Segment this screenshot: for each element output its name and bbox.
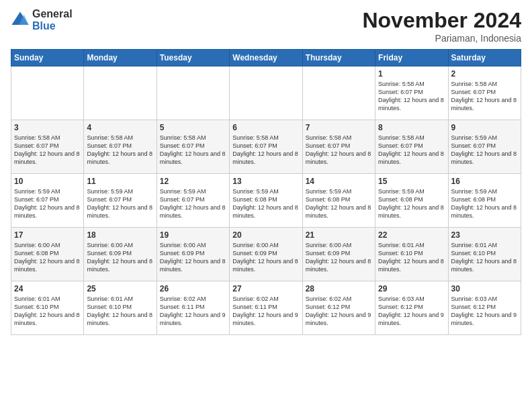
day-number: 5 xyxy=(160,123,226,132)
day-number: 10 xyxy=(14,177,81,186)
table-row: 10Sunrise: 5:59 AMSunset: 6:07 PMDayligh… xyxy=(11,174,84,228)
cell-detail: Sunset: 6:10 PM xyxy=(451,249,518,257)
cell-detail: Sunrise: 6:02 AM xyxy=(306,295,372,303)
cell-detail: Sunrise: 5:59 AM xyxy=(378,187,445,195)
cell-detail: Daylight: 12 hours and 8 minutes. xyxy=(378,150,445,166)
cell-detail: Sunset: 6:09 PM xyxy=(160,249,226,257)
cell-detail: Sunset: 6:10 PM xyxy=(378,249,445,257)
table-row: 14Sunrise: 5:59 AMSunset: 6:08 PMDayligh… xyxy=(302,174,375,228)
cell-detail: Daylight: 12 hours and 8 minutes. xyxy=(160,150,226,166)
day-number: 12 xyxy=(160,177,226,186)
cell-detail: Sunset: 6:10 PM xyxy=(87,303,153,311)
day-number: 20 xyxy=(232,230,299,240)
day-number: 16 xyxy=(451,177,518,186)
week-row-4: 24Sunrise: 6:01 AMSunset: 6:10 PMDayligh… xyxy=(11,281,521,335)
cell-detail: Daylight: 12 hours and 9 minutes. xyxy=(451,311,518,327)
table-row xyxy=(11,66,84,120)
cell-detail: Daylight: 12 hours and 8 minutes. xyxy=(87,150,153,166)
cell-detail: Sunrise: 5:58 AM xyxy=(378,134,445,142)
cell-detail: Sunset: 6:09 PM xyxy=(306,249,372,257)
day-number: 19 xyxy=(160,230,226,240)
cell-detail: Sunrise: 5:59 AM xyxy=(87,187,153,195)
cell-detail: Sunrise: 5:58 AM xyxy=(87,134,153,142)
cell-detail: Sunset: 6:08 PM xyxy=(14,249,81,257)
cell-detail: Sunrise: 5:58 AM xyxy=(378,80,445,88)
page: General Blue November 2024 Pariaman, Ind… xyxy=(0,0,532,411)
table-row: 4Sunrise: 5:58 AMSunset: 6:07 PMDaylight… xyxy=(84,120,157,174)
cell-detail: Daylight: 12 hours and 8 minutes. xyxy=(14,311,81,327)
cell-detail: Sunset: 6:07 PM xyxy=(378,142,445,150)
calendar-table: Sunday Monday Tuesday Wednesday Thursday… xyxy=(11,49,521,335)
table-row xyxy=(302,66,375,120)
cell-detail: Sunset: 6:07 PM xyxy=(160,195,226,203)
week-row-3: 17Sunrise: 6:00 AMSunset: 6:08 PMDayligh… xyxy=(11,228,521,281)
header-friday: Friday xyxy=(375,50,448,66)
cell-detail: Sunrise: 6:00 AM xyxy=(306,241,372,249)
table-row: 24Sunrise: 6:01 AMSunset: 6:10 PMDayligh… xyxy=(11,281,84,335)
logo-general-text: General xyxy=(32,8,73,20)
table-row: 21Sunrise: 6:00 AMSunset: 6:09 PMDayligh… xyxy=(302,228,375,281)
cell-detail: Daylight: 12 hours and 8 minutes. xyxy=(14,203,81,220)
table-row xyxy=(230,66,302,120)
cell-detail: Sunset: 6:12 PM xyxy=(378,303,445,311)
table-row: 18Sunrise: 6:00 AMSunset: 6:09 PMDayligh… xyxy=(84,228,157,281)
cell-detail: Daylight: 12 hours and 8 minutes. xyxy=(306,203,372,220)
title-area: November 2024 Pariaman, Indonesia xyxy=(362,8,521,44)
day-number: 30 xyxy=(451,284,518,293)
cell-detail: Daylight: 12 hours and 8 minutes. xyxy=(451,96,518,112)
cell-detail: Sunset: 6:07 PM xyxy=(87,142,153,150)
day-number: 11 xyxy=(87,177,153,186)
cell-detail: Daylight: 12 hours and 8 minutes. xyxy=(378,96,445,112)
table-row: 2Sunrise: 5:58 AMSunset: 6:07 PMDaylight… xyxy=(448,66,521,120)
day-number: 21 xyxy=(306,230,372,240)
day-number: 24 xyxy=(14,284,81,293)
table-row: 27Sunrise: 6:02 AMSunset: 6:11 PMDayligh… xyxy=(230,281,302,335)
table-row: 19Sunrise: 6:00 AMSunset: 6:09 PMDayligh… xyxy=(157,228,229,281)
day-number: 28 xyxy=(306,284,372,293)
day-number: 25 xyxy=(87,284,153,293)
cell-detail: Sunset: 6:11 PM xyxy=(160,303,226,311)
cell-detail: Sunrise: 5:58 AM xyxy=(306,134,372,142)
cell-detail: Sunrise: 6:02 AM xyxy=(160,295,226,303)
table-row: 15Sunrise: 5:59 AMSunset: 6:08 PMDayligh… xyxy=(375,174,448,228)
week-row-0: 1Sunrise: 5:58 AMSunset: 6:07 PMDaylight… xyxy=(11,66,521,120)
table-row: 26Sunrise: 6:02 AMSunset: 6:11 PMDayligh… xyxy=(157,281,229,335)
logo-text: General Blue xyxy=(32,8,73,32)
table-row: 16Sunrise: 5:59 AMSunset: 6:08 PMDayligh… xyxy=(448,174,521,228)
calendar-header-row: Sunday Monday Tuesday Wednesday Thursday… xyxy=(11,50,521,66)
cell-detail: Daylight: 12 hours and 8 minutes. xyxy=(14,257,81,273)
day-number: 27 xyxy=(232,284,299,293)
day-number: 22 xyxy=(378,230,445,240)
cell-detail: Sunset: 6:09 PM xyxy=(87,249,153,257)
table-row xyxy=(84,66,157,120)
day-number: 23 xyxy=(451,230,518,240)
day-number: 13 xyxy=(232,177,299,186)
day-number: 29 xyxy=(378,284,445,293)
table-row: 17Sunrise: 6:00 AMSunset: 6:08 PMDayligh… xyxy=(11,228,84,281)
cell-detail: Sunrise: 5:58 AM xyxy=(232,134,299,142)
cell-detail: Daylight: 12 hours and 8 minutes. xyxy=(451,203,518,220)
location: Pariaman, Indonesia xyxy=(362,33,521,44)
table-row: 22Sunrise: 6:01 AMSunset: 6:10 PMDayligh… xyxy=(375,228,448,281)
cell-detail: Sunset: 6:12 PM xyxy=(451,303,518,311)
cell-detail: Daylight: 12 hours and 8 minutes. xyxy=(378,257,445,273)
cell-detail: Sunrise: 6:03 AM xyxy=(451,295,518,303)
table-row: 12Sunrise: 5:59 AMSunset: 6:07 PMDayligh… xyxy=(157,174,229,228)
day-number: 18 xyxy=(87,230,153,240)
day-number: 3 xyxy=(14,123,81,132)
cell-detail: Sunset: 6:07 PM xyxy=(306,142,372,150)
cell-detail: Sunset: 6:07 PM xyxy=(451,142,518,150)
cell-detail: Sunrise: 5:59 AM xyxy=(451,187,518,195)
cell-detail: Daylight: 12 hours and 8 minutes. xyxy=(14,150,81,166)
cell-detail: Sunset: 6:12 PM xyxy=(306,303,372,311)
month-title: November 2024 xyxy=(362,8,521,33)
table-row: 1Sunrise: 5:58 AMSunset: 6:07 PMDaylight… xyxy=(375,66,448,120)
table-row: 6Sunrise: 5:58 AMSunset: 6:07 PMDaylight… xyxy=(230,120,302,174)
day-number: 26 xyxy=(160,284,226,293)
cell-detail: Sunrise: 5:59 AM xyxy=(306,187,372,195)
cell-detail: Sunset: 6:08 PM xyxy=(306,195,372,203)
cell-detail: Sunrise: 6:01 AM xyxy=(87,295,153,303)
day-number: 2 xyxy=(451,69,518,79)
table-row: 29Sunrise: 6:03 AMSunset: 6:12 PMDayligh… xyxy=(375,281,448,335)
table-row: 7Sunrise: 5:58 AMSunset: 6:07 PMDaylight… xyxy=(302,120,375,174)
